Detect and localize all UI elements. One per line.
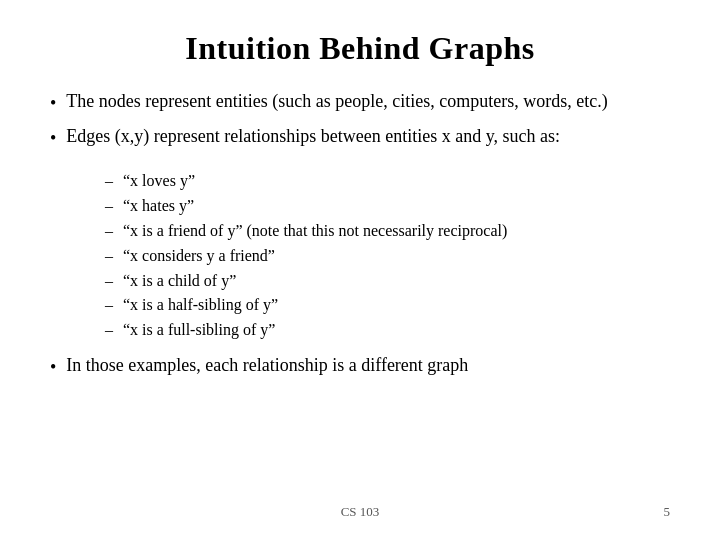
dash-item-4: – “x is a child of y” — [105, 269, 670, 294]
dash-text-1: “x hates y” — [123, 194, 194, 219]
dash-mark-1: – — [105, 194, 113, 219]
bullet-2: • Edges (x,y) represent relationships be… — [50, 124, 670, 151]
dash-text-6: “x is a full-sibling of y” — [123, 318, 275, 343]
bullet-1: • The nodes represent entities (such as … — [50, 89, 670, 116]
bullet-dot-2: • — [50, 126, 56, 151]
dash-mark-3: – — [105, 244, 113, 269]
dash-text-2: “x is a friend of y” (note that this not… — [123, 219, 507, 244]
dash-mark-0: – — [105, 169, 113, 194]
slide: Intuition Behind Graphs • The nodes repr… — [0, 0, 720, 540]
conclusion-text: In those examples, each relationship is … — [66, 353, 670, 378]
dash-item-5: – “x is a half-sibling of y” — [105, 293, 670, 318]
dash-item-0: – “x loves y” — [105, 169, 670, 194]
bullet-dot-conclusion: • — [50, 355, 56, 380]
dash-mark-6: – — [105, 318, 113, 343]
conclusion-bullet: • In those examples, each relationship i… — [50, 353, 670, 388]
bullet-text-1: The nodes represent entities (such as pe… — [66, 89, 670, 114]
dash-text-4: “x is a child of y” — [123, 269, 236, 294]
dash-text-5: “x is a half-sibling of y” — [123, 293, 278, 318]
dash-list: – “x loves y” – “x hates y” – “x is a fr… — [105, 169, 670, 343]
dash-mark-4: – — [105, 269, 113, 294]
dash-item-1: – “x hates y” — [105, 194, 670, 219]
footer-page: 5 — [664, 504, 671, 520]
dash-mark-2: – — [105, 219, 113, 244]
dash-item-2: – “x is a friend of y” (note that this n… — [105, 219, 670, 244]
dash-item-3: – “x considers y a friend” — [105, 244, 670, 269]
dash-text-3: “x considers y a friend” — [123, 244, 275, 269]
dash-mark-5: – — [105, 293, 113, 318]
bullet-dot-1: • — [50, 91, 56, 116]
slide-footer: CS 103 5 — [50, 499, 670, 520]
main-bullets: • The nodes represent entities (such as … — [50, 89, 670, 159]
dash-text-0: “x loves y” — [123, 169, 195, 194]
slide-title: Intuition Behind Graphs — [50, 30, 670, 67]
bullet-conclusion: • In those examples, each relationship i… — [50, 353, 670, 380]
bullet-text-2: Edges (x,y) represent relationships betw… — [66, 124, 670, 149]
dash-item-6: – “x is a full-sibling of y” — [105, 318, 670, 343]
footer-label: CS 103 — [341, 504, 380, 520]
